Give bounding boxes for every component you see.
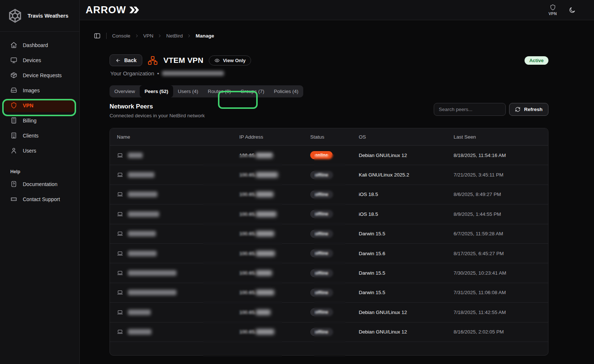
tab-overview[interactable]: Overview — [110, 85, 140, 97]
peer-ip-cell: 100.65. — [239, 329, 310, 335]
sidebar-nav: DashboardDevicesDevice RequestsImagesVPN… — [0, 38, 79, 158]
peer-lastseen-cell: 6/7/2025, 11:59:28 AM — [454, 231, 548, 236]
peer-ip-cell: 100.65. — [239, 231, 310, 236]
table-row[interactable]: 100.65.offlineDarwin 15.57/31/2025, 11:0… — [110, 283, 548, 303]
peer-os-cell: Darwin 15.5 — [359, 290, 454, 295]
shield-icon — [10, 102, 17, 109]
column-header-status: Status — [310, 134, 359, 140]
arrow-logo: ARROW — [86, 4, 140, 16]
tab-groups-7[interactable]: Groups (7) — [236, 85, 269, 97]
chevron-right-icon — [135, 33, 139, 38]
peer-name-cell — [110, 289, 239, 296]
table-row[interactable]: 100.65.offlineDarwin 15.56/7/2025, 11:59… — [110, 224, 548, 244]
user-icon — [10, 147, 17, 154]
ip-prefix: 100.65. — [239, 329, 256, 335]
search-input[interactable] — [434, 103, 506, 116]
peer-status-cell: offline — [310, 230, 359, 238]
back-button[interactable]: Back — [110, 54, 142, 66]
sidebar-item-label: Billing — [23, 118, 36, 124]
ip-suffix-redacted — [256, 290, 274, 295]
peer-name-redacted — [128, 270, 176, 276]
tab-policies-4[interactable]: Policies (4) — [269, 85, 303, 97]
tab-users-4[interactable]: Users (4) — [173, 85, 203, 97]
status-badge: Active — [525, 56, 548, 65]
breadcrumb: ConsoleVPNNetBirdManage — [94, 32, 594, 39]
sidebar-item-documentation[interactable]: Documentation — [0, 176, 79, 192]
peer-lastseen-cell: 8/9/2025, 1:44:55 PM — [454, 211, 548, 217]
sidebar-item-vpn[interactable]: VPN — [4, 99, 75, 112]
peer-lastseen-cell: 7/31/2025, 11:06:08 AM — [454, 290, 548, 295]
panel-left-icon[interactable] — [94, 32, 101, 39]
sidebar-item-label: Dashboard — [23, 42, 48, 48]
peer-status-cell: offline — [310, 210, 359, 218]
peer-lastseen-cell: 8/18/2025, 11:54:16 AM — [454, 153, 548, 158]
table-row[interactable]: 100.65.offlineiOS 18.58/9/2025, 1:44:55 … — [110, 204, 548, 224]
sidebar-item-device-requests[interactable]: Device Requests — [0, 68, 79, 83]
column-header-os: OS — [359, 134, 454, 140]
logo-text: ARROW — [86, 4, 126, 16]
table-row[interactable]: 100.65.offlineiOS 18.58/6/2025, 8:49:27 … — [110, 185, 548, 204]
breadcrumb-item-vpn[interactable]: VPN — [143, 33, 154, 39]
peer-status-cell: offline — [310, 289, 359, 297]
ip-suffix-redacted — [256, 211, 276, 217]
tab-routes-0[interactable]: Routes (0) — [203, 85, 236, 97]
ticket-icon — [10, 196, 17, 203]
sidebar-item-label: VPN — [23, 103, 33, 108]
help-nav: DocumentationContact Support — [0, 176, 79, 207]
sidebar-item-billing[interactable]: Billing — [0, 113, 79, 128]
peer-name-cell — [110, 231, 239, 237]
peer-name-cell — [110, 270, 239, 276]
breadcrumb-item-manage: Manage — [196, 33, 214, 39]
peer-name-redacted — [128, 231, 156, 236]
ip-prefix: 100.65. — [239, 211, 256, 217]
peer-name-cell — [110, 250, 239, 257]
sidebar-item-images[interactable]: Images — [0, 83, 79, 98]
laptop-icon — [117, 309, 123, 315]
double-chevron-icon — [128, 6, 140, 14]
ip-prefix: 100.65. — [239, 231, 256, 236]
peer-os-cell: iOS 18.5 — [359, 192, 454, 197]
ip-suffix-redacted — [256, 153, 273, 158]
table-row[interactable]: 100.65.offlineDarwin 15.57/30/2025, 10:2… — [110, 263, 548, 283]
moon-icon[interactable] — [569, 7, 576, 14]
org-label: Your Organization — [110, 70, 154, 76]
table-row[interactable]: 100.65.onlineDebian GNU/Linux 128/18/202… — [110, 146, 548, 165]
ip-prefix: 100.65. — [239, 270, 256, 276]
tab-peers-52[interactable]: Peers (52) — [140, 85, 173, 97]
table-row[interactable]: 100.65.offlineDarwin 15.68/17/2025, 6:45… — [110, 244, 548, 263]
sidebar-item-dashboard[interactable]: Dashboard — [0, 38, 79, 53]
status-badge-offline: offline — [310, 249, 333, 257]
file-question-icon — [10, 181, 17, 188]
topbar-vpn-widget[interactable]: VPN — [548, 4, 557, 16]
peer-lastseen-cell: 7/18/2025, 11:42:55 AM — [454, 310, 548, 315]
sidebar-item-clients[interactable]: Clients — [0, 128, 79, 143]
peers-table: NameIP AddressStatusOSLast Seen 100.65.o… — [110, 128, 548, 356]
refresh-button[interactable]: Refresh — [509, 103, 548, 116]
refresh-icon — [515, 107, 520, 112]
breadcrumb-item-console[interactable]: Console — [112, 33, 130, 39]
cube-avatar-icon — [7, 8, 23, 24]
main-area: ARROW VPN ConsoleVPNNetBirdManage Back V… — [80, 0, 594, 364]
breadcrumb-item-netbird[interactable]: NetBird — [166, 33, 183, 39]
status-badge-offline: offline — [310, 171, 333, 179]
table-row[interactable]: 100.65.offlineKali GNU/Linux 2025.27/21/… — [110, 165, 548, 185]
laptop-icon — [117, 152, 123, 158]
ip-suffix-redacted — [256, 192, 273, 197]
section-title: Network Peers — [110, 103, 205, 110]
shield-icon — [550, 4, 556, 11]
ip-prefix: 100.65. — [239, 251, 256, 256]
sidebar-item-contact-support[interactable]: Contact Support — [0, 192, 79, 207]
user-box[interactable]: Travis Weathers — [0, 0, 79, 32]
table-row[interactable]: 100.65.offlineDebian GNU/Linux 127/18/20… — [110, 303, 548, 322]
sidebar-item-users[interactable]: Users — [0, 143, 79, 158]
sidebar-item-devices[interactable]: Devices — [0, 53, 79, 68]
peer-lastseen-cell: 7/30/2025, 10:23:41 AM — [454, 270, 548, 276]
sidebar-item-label: Documentation — [23, 181, 57, 187]
peer-name-redacted — [128, 290, 176, 295]
help-section-label: Help — [10, 169, 79, 174]
home-icon — [10, 42, 17, 49]
topbar: ARROW VPN — [80, 0, 594, 20]
status-badge-offline: offline — [310, 328, 333, 336]
table-row[interactable]: 100.65.offlineDebian GNU/Linux 128/16/20… — [110, 322, 548, 342]
peer-os-cell: Kali GNU/Linux 2025.2 — [359, 172, 454, 178]
